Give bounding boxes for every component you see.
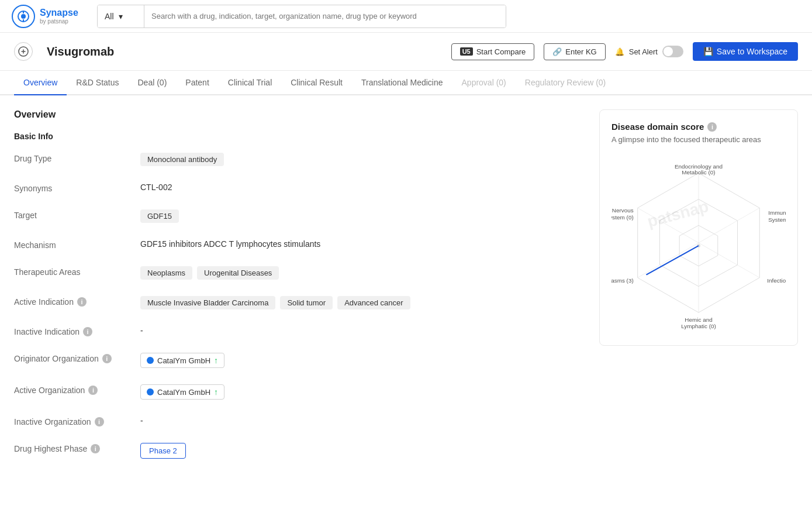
svg-text:Metabolic (0): Metabolic (0) — [682, 169, 715, 176]
disease-domain-title: Disease domain score i — [611, 122, 786, 132]
search-container: All ▾ — [97, 5, 506, 28]
active-org-info-icon[interactable]: i — [88, 386, 98, 395]
synonyms-row: Synonyms CTL-002 — [14, 183, 585, 193]
save-icon: 💾 — [703, 47, 713, 56]
tab-rd-status[interactable]: R&D Status — [67, 71, 128, 95]
drug-type-row: Drug Type Monoclonal antibody — [14, 153, 585, 166]
logo-sub-text: by patsnap — [40, 18, 78, 25]
target-row: Target GDF15 — [14, 209, 585, 223]
main-content: Overview Basic Info Drug Type Monoclonal… — [0, 95, 812, 489]
logo-icon — [12, 5, 35, 28]
tab-clinical-result[interactable]: Clinical Result — [281, 71, 352, 95]
inactive-indication-info-icon[interactable]: i — [83, 327, 92, 336]
drug-type-tag: Monoclonal antibody — [140, 153, 224, 166]
set-alert-area: 🔔 Set Alert — [615, 46, 683, 57]
tab-translational-medicine[interactable]: Translational Medicine — [352, 71, 452, 95]
tab-clinical-trial[interactable]: Clinical Trial — [219, 71, 281, 95]
enter-kg-button[interactable]: 🔗 Enter KG — [544, 43, 605, 60]
org-dot — [147, 357, 154, 364]
svg-text:Hemic and: Hemic and — [685, 317, 712, 323]
save-to-workspace-button[interactable]: 💾 Save to Workspace — [693, 42, 798, 61]
org-trend-up-icon-2: ↑ — [214, 387, 218, 397]
synonyms-value: CTL-002 — [140, 183, 585, 192]
svg-text:System (0): System (0) — [768, 216, 786, 223]
phase-info-icon[interactable]: i — [91, 444, 100, 453]
active-org-name: CatalYm GmbH — [157, 388, 210, 397]
search-type-dropdown[interactable]: All ▾ — [98, 5, 144, 27]
originator-org-info-icon[interactable]: i — [102, 354, 112, 363]
enter-kg-label: Enter KG — [565, 47, 596, 56]
set-alert-toggle[interactable] — [662, 46, 683, 57]
active-indication-info-icon[interactable]: i — [77, 297, 87, 307]
tab-approval: Approval (0) — [452, 71, 516, 95]
disease-domain-info-icon[interactable]: i — [707, 122, 717, 132]
action-buttons: U5 Start Compare 🔗 Enter KG 🔔 Set Alert … — [451, 42, 798, 61]
tabs: Overview R&D Status Deal (0) Patent Clin… — [0, 71, 812, 95]
originator-org-name: CatalYm GmbH — [157, 356, 210, 365]
indication-tag-0: Muscle Invasive Bladder Carcinoma — [140, 296, 275, 309]
active-indication-row: Active Indication i Muscle Invasive Blad… — [14, 296, 585, 309]
mechanism-label: Mechanism — [14, 239, 131, 250]
org-dot-2 — [147, 388, 154, 395]
left-panel: Overview Basic Info Drug Type Monoclonal… — [14, 109, 585, 475]
originator-org-label: Originator Organization i — [14, 353, 131, 363]
drug-highest-phase-value: Phase 2 — [140, 443, 585, 459]
tab-regulatory-review: Regulatory Review (0) — [516, 71, 616, 95]
therapeutic-tag-0: Neoplasms — [140, 266, 192, 280]
synonyms-label: Synonyms — [14, 183, 131, 193]
indication-tag-2: Advanced cancer — [337, 296, 410, 309]
logo-text: Synapse by patsnap — [40, 7, 78, 25]
originator-org-badge[interactable]: CatalYm GmbH ↑ — [140, 353, 224, 368]
disease-domain-card: Disease domain score i A glimpse into th… — [599, 109, 798, 346]
drug-name: Visugromab — [47, 45, 437, 59]
radar-chart-svg: Endocrinology and Metabolic (0) Immune S… — [611, 161, 786, 331]
drug-type-value: Monoclonal antibody — [140, 153, 585, 166]
synonyms-text: CTL-002 — [140, 183, 172, 192]
start-compare-label: Start Compare — [476, 47, 526, 56]
right-panel: Disease domain score i A glimpse into th… — [599, 109, 798, 475]
inactive-indication-label: Inactive Indication i — [14, 326, 131, 336]
originator-org-value: CatalYm GmbH ↑ — [140, 353, 585, 368]
mechanism-value: GDF15 inhibitors ADCC T lymphocytes stim… — [140, 239, 585, 249]
subsection-title: Basic Info — [14, 132, 585, 141]
active-org-row: Active Organization i CatalYm GmbH ↑ — [14, 384, 585, 400]
disease-domain-subtitle: A glimpse into the focused therapeutic a… — [611, 135, 786, 144]
header: Synapse by patsnap All ▾ — [0, 0, 812, 33]
therapeutic-areas-value: Neoplasms Urogenital Diseases — [140, 266, 585, 280]
phase-badge[interactable]: Phase 2 — [140, 443, 186, 459]
svg-text:Infectious (0): Infectious (0) — [767, 277, 786, 284]
disease-domain-chart: patsnap — [611, 158, 786, 333]
chevron-down-icon: ▾ — [119, 12, 123, 21]
alert-icon: 🔔 — [615, 47, 624, 56]
mechanism-text: GDF15 inhibitors ADCC T lymphocytes stim… — [140, 239, 320, 249]
org-trend-up-icon: ↑ — [214, 356, 218, 365]
set-alert-label: Set Alert — [629, 47, 658, 56]
svg-text:Immune: Immune — [768, 209, 786, 216]
kg-icon: 🔗 — [552, 47, 562, 56]
active-org-value: CatalYm GmbH ↑ — [140, 384, 585, 400]
active-org-badge[interactable]: CatalYm GmbH ↑ — [140, 384, 224, 400]
inactive-org-value: - — [140, 416, 585, 425]
active-indication-value: Muscle Invasive Bladder Carcinoma Solid … — [140, 296, 585, 309]
target-tag: GDF15 — [140, 209, 179, 223]
inactive-org-label: Inactive Organization i — [14, 416, 131, 426]
inactive-org-info-icon[interactable]: i — [95, 417, 104, 426]
indication-tag-1: Solid tumor — [280, 296, 333, 309]
svg-text:Lymphatic (0): Lymphatic (0) — [681, 323, 716, 329]
search-input[interactable] — [144, 5, 506, 27]
drug-icon — [14, 42, 33, 61]
inactive-indication-text: - — [140, 326, 143, 335]
target-label: Target — [14, 209, 131, 220]
tab-patent[interactable]: Patent — [176, 71, 218, 95]
compare-icon: U5 — [460, 47, 473, 56]
start-compare-button[interactable]: U5 Start Compare — [451, 43, 535, 60]
tab-deal[interactable]: Deal (0) — [129, 71, 177, 95]
logo: Synapse by patsnap — [12, 5, 88, 28]
section-title: Overview — [14, 109, 585, 120]
mechanism-row: Mechanism GDF15 inhibitors ADCC T lympho… — [14, 239, 585, 250]
svg-text:System (0): System (0) — [611, 214, 634, 221]
inactive-org-text: - — [140, 416, 143, 425]
drug-title-bar: Visugromab U5 Start Compare 🔗 Enter KG 🔔… — [0, 33, 812, 71]
svg-text:Neoplasms (3): Neoplasms (3) — [611, 277, 634, 284]
tab-overview[interactable]: Overview — [14, 71, 67, 95]
